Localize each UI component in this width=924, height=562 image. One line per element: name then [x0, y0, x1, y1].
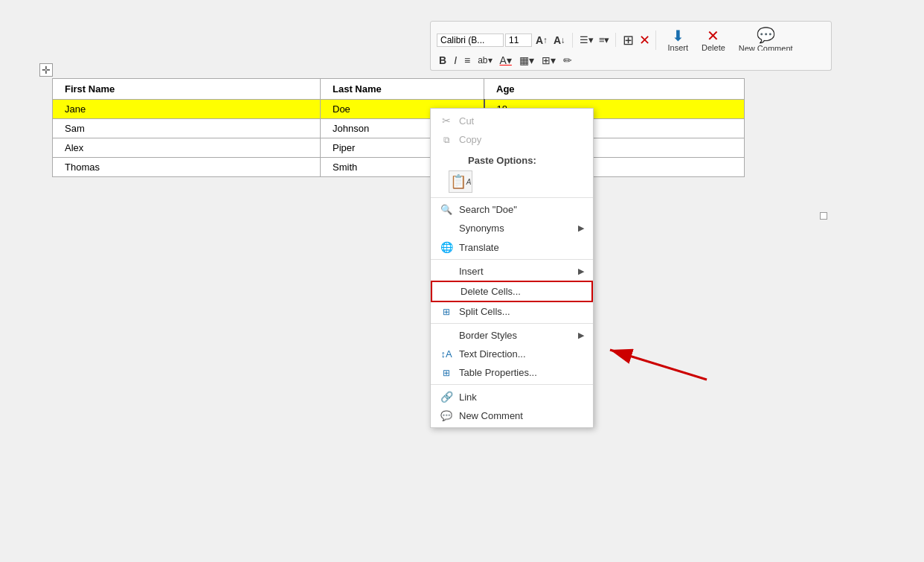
paste-clipboard-icon: 📋	[450, 173, 466, 190]
ctx-link[interactable]: 🔗 Link	[431, 387, 593, 406]
align-button[interactable]: ≡	[462, 53, 472, 68]
ctx-table-properties-label: Table Properties...	[459, 367, 584, 378]
ctx-translate[interactable]: 🌐 Translate	[431, 237, 593, 257]
red-arrow-indicator	[591, 342, 710, 387]
ctx-delete-cells-label: Delete Cells...	[461, 286, 583, 297]
ctx-new-comment-label: New Comment	[459, 410, 584, 421]
cell-first-name-2[interactable]: Alex	[53, 138, 321, 158]
delete-button[interactable]: ✕ Delete	[697, 27, 730, 54]
ctx-insert[interactable]: Insert ▶	[431, 262, 593, 281]
ctx-delete-cells[interactable]: Delete Cells...	[431, 281, 593, 302]
formatting-toolbar-row2: B I ≡ ab▾ A▾ ▦▾ ⊞▾ ✏	[430, 51, 832, 71]
font-name-input[interactable]	[437, 33, 504, 47]
translate-icon: 🌐	[440, 241, 453, 253]
cell-first-name-3[interactable]: Thomas	[53, 158, 321, 177]
data-table: First Name Last Name Age JaneDoe18SamJoh…	[52, 78, 745, 177]
ctx-text-direction[interactable]: ↕A Text Direction...	[431, 345, 593, 363]
shrink-font-button[interactable]: A↓	[551, 33, 568, 48]
font-color-button[interactable]: A▾	[498, 53, 514, 68]
ctx-split-cells-label: Split Cells...	[459, 306, 584, 317]
separator-1	[431, 197, 593, 198]
insert-button[interactable]: ⬇ Insert	[664, 27, 693, 54]
table-resize-handle[interactable]	[820, 212, 827, 220]
paste-a-label: A	[466, 178, 472, 186]
ctx-text-direction-label: Text Direction...	[459, 348, 584, 360]
header-age: Age	[484, 79, 745, 100]
cell-first-name-1[interactable]: Sam	[53, 119, 321, 138]
table-move-handle[interactable]: ✛	[39, 63, 53, 77]
bullet-list-button[interactable]: ☰▾	[577, 33, 596, 47]
font-size-input[interactable]	[505, 33, 532, 47]
grow-font-button[interactable]: A↑	[533, 33, 550, 48]
synonyms-arrow: ▶	[578, 223, 584, 233]
delete-icon: ✕	[707, 28, 719, 43]
ctx-new-comment[interactable]: 💬 New Comment	[431, 406, 593, 425]
ctx-synonyms-label: Synonyms	[459, 223, 572, 234]
font-selector-group: A↑ A↓	[437, 33, 573, 48]
paste-options-section: Paste Options: 📋 A	[431, 149, 593, 194]
search-icon: 🔍	[440, 204, 453, 215]
separator-3	[431, 323, 593, 324]
highlight-button[interactable]: ab▾	[475, 54, 494, 67]
ctx-synonyms[interactable]: Synonyms ▶	[431, 219, 593, 237]
split-cells-icon: ⊞	[440, 307, 453, 317]
insert-arrow: ▶	[578, 266, 584, 276]
ctx-search[interactable]: 🔍 Search "Doe"	[431, 200, 593, 219]
ctx-table-properties[interactable]: ⊞ Table Properties...	[431, 363, 593, 382]
italic-button[interactable]: I	[452, 53, 459, 68]
link-icon: 🔗	[440, 391, 453, 403]
eraser-button[interactable]: ✏	[561, 53, 574, 68]
cell-first-name-0[interactable]: Jane	[53, 100, 321, 119]
shading-button[interactable]: ▦▾	[517, 53, 536, 68]
cut-icon: ✂	[440, 115, 453, 127]
separator-4	[431, 384, 593, 385]
ctx-copy-label: Copy	[459, 134, 584, 145]
paste-options-label: Paste Options:	[440, 152, 584, 167]
table-properties-icon: ⊞	[440, 368, 453, 378]
table-grid2-button[interactable]: ✕	[637, 31, 652, 50]
ctx-copy[interactable]: ⧉ Copy	[431, 130, 593, 149]
new-comment-icon: 💬	[757, 26, 775, 44]
ctx-split-cells[interactable]: ⊞ Split Cells...	[431, 302, 593, 321]
list-buttons-group: ☰▾ ≡▾	[577, 33, 616, 47]
text-direction-icon: ↕A	[440, 348, 453, 360]
separator-2	[431, 259, 593, 260]
paste-options-icons: 📋 A	[440, 169, 584, 194]
header-first-name: First Name	[53, 79, 321, 100]
copy-icon: ⧉	[440, 135, 453, 145]
paste-icon-button[interactable]: 📋 A	[449, 170, 472, 193]
border-arrow: ▶	[578, 331, 584, 340]
context-menu: ✂ Cut ⧉ Copy Paste Options: 📋 A 🔍 Search…	[430, 108, 594, 428]
ctx-border-styles-label: Border Styles	[459, 330, 572, 341]
border-button[interactable]: ⊞▾	[539, 53, 558, 68]
ctx-cut-label: Cut	[459, 115, 584, 127]
ctx-link-label: Link	[459, 392, 584, 403]
table-grid-group: ⊞ ✕	[620, 31, 656, 50]
insert-icon: ⬇	[672, 28, 684, 43]
ctx-search-label: Search "Doe"	[459, 204, 584, 215]
new-comment-ctx-icon: 💬	[440, 410, 453, 421]
ctx-cut[interactable]: ✂ Cut	[431, 111, 593, 130]
header-last-name: Last Name	[321, 79, 484, 100]
table-grid-button[interactable]: ⊞	[620, 31, 636, 50]
svg-line-1	[610, 350, 707, 380]
ctx-translate-label: Translate	[459, 242, 584, 253]
bold-button[interactable]: B	[437, 53, 449, 68]
ctx-insert-label: Insert	[459, 266, 572, 277]
numbered-list-button[interactable]: ≡▾	[597, 33, 612, 47]
ctx-border-styles[interactable]: Border Styles ▶	[431, 326, 593, 345]
